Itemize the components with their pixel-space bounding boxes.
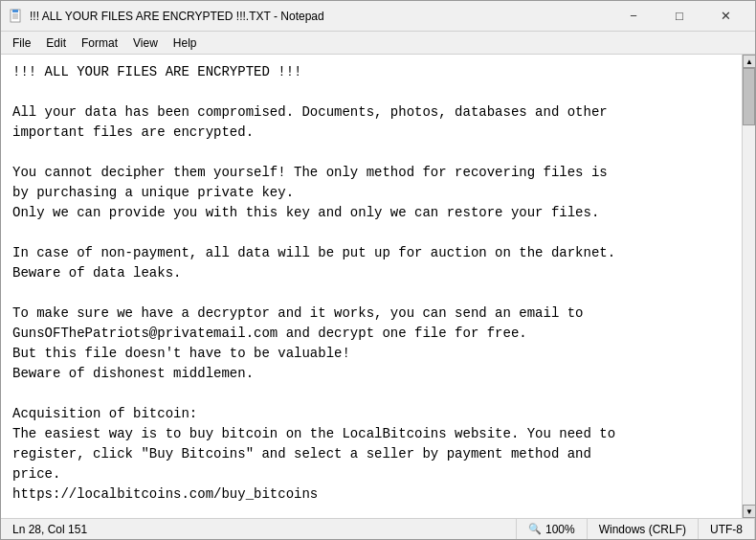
status-zoom: 🔍 100% (517, 519, 588, 539)
notepad-icon (9, 9, 24, 24)
window-controls: − □ ✕ (611, 3, 747, 30)
menu-format[interactable]: Format (74, 34, 125, 52)
scroll-down-button[interactable]: ▼ (743, 505, 755, 518)
menu-view[interactable]: View (125, 34, 166, 52)
menu-edit[interactable]: Edit (38, 34, 74, 52)
zoom-icon: 🔍 (528, 523, 542, 535)
scrollbar-thumb[interactable] (743, 68, 755, 125)
title-bar: !!! ALL YOUR FILES ARE ENCRYPTED !!!.TXT… (1, 1, 755, 32)
scrollbar-track[interactable] (743, 68, 755, 505)
menu-bar: File Edit Format View Help (1, 32, 755, 55)
menu-help[interactable]: Help (166, 34, 205, 52)
status-position: Ln 28, Col 151 (1, 519, 517, 539)
close-button[interactable]: ✕ (703, 3, 747, 30)
scroll-up-button[interactable]: ▲ (743, 55, 755, 68)
svg-rect-1 (12, 10, 18, 12)
status-bar: Ln 28, Col 151 🔍 100% Windows (CRLF) UTF… (1, 518, 755, 539)
minimize-button[interactable]: − (611, 3, 656, 30)
status-encoding: UTF-8 (699, 519, 755, 539)
content-area: !!! ALL YOUR FILES ARE ENCRYPTED !!! All… (1, 55, 755, 518)
window-title: !!! ALL YOUR FILES ARE ENCRYPTED !!!.TXT… (30, 10, 324, 23)
notepad-window: !!! ALL YOUR FILES ARE ENCRYPTED !!!.TXT… (0, 0, 756, 540)
title-bar-left: !!! ALL YOUR FILES ARE ENCRYPTED !!!.TXT… (9, 9, 324, 24)
status-line-ending: Windows (CRLF) (588, 519, 699, 539)
maximize-button[interactable]: □ (657, 3, 701, 30)
scrollbar[interactable]: ▲ ▼ (742, 55, 755, 518)
menu-file[interactable]: File (5, 34, 38, 52)
text-content[interactable]: !!! ALL YOUR FILES ARE ENCRYPTED !!! All… (1, 55, 742, 518)
